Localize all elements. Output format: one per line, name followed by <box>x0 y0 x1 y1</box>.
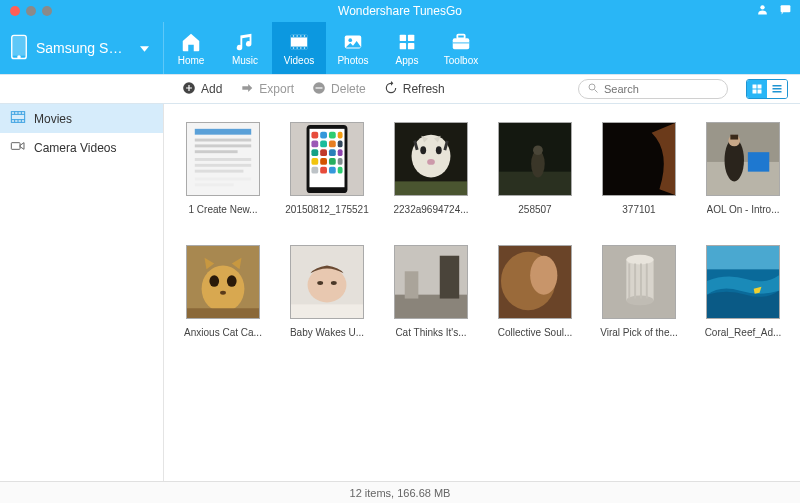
video-thumbnail <box>706 245 780 319</box>
title-right-icons <box>756 3 792 19</box>
refresh-icon <box>384 81 398 98</box>
video-thumbnail <box>394 122 468 196</box>
video-tile[interactable]: Cat Thinks It's... <box>394 245 468 338</box>
minimize-window-button[interactable] <box>26 6 36 16</box>
video-label: 1 Create New... <box>189 204 258 215</box>
phone-icon <box>10 34 28 63</box>
video-thumbnail <box>498 245 572 319</box>
svg-point-8 <box>293 35 294 36</box>
window-title: Wondershare TunesGo <box>0 4 800 18</box>
video-tile[interactable]: Collective Soul... <box>498 245 572 338</box>
video-thumbnail <box>186 122 260 196</box>
video-tile[interactable]: AOL On - Intro... <box>706 122 780 215</box>
add-button[interactable]: Add <box>182 81 222 98</box>
refresh-label: Refresh <box>403 82 445 96</box>
svg-rect-35 <box>773 88 782 90</box>
svg-point-17 <box>348 38 352 42</box>
svg-point-14 <box>300 47 301 48</box>
svg-point-28 <box>589 84 595 90</box>
sidebar: Movies Camera Videos <box>0 104 164 481</box>
video-thumbnail <box>394 245 468 319</box>
device-selector[interactable]: Samsung SM-G... <box>0 22 164 74</box>
svg-rect-23 <box>457 34 464 38</box>
sidebar-item-camera-videos[interactable]: Camera Videos <box>0 133 163 162</box>
video-tile[interactable]: Baby Wakes U... <box>290 245 364 338</box>
list-view-button[interactable] <box>767 80 787 98</box>
svg-point-0 <box>760 5 764 9</box>
account-icon[interactable] <box>756 3 769 19</box>
sidebar-item-movies[interactable]: Movies <box>0 104 163 133</box>
refresh-button[interactable]: Refresh <box>384 81 445 98</box>
sidebar-movies-label: Movies <box>34 112 72 126</box>
nav-music-label: Music <box>232 55 258 66</box>
maximize-window-button[interactable] <box>42 6 52 16</box>
video-label: Coral_Reef_Ad... <box>705 327 782 338</box>
svg-rect-33 <box>758 90 762 94</box>
feedback-icon[interactable] <box>779 3 792 19</box>
add-label: Add <box>201 82 222 96</box>
svg-point-10 <box>300 35 301 36</box>
svg-rect-34 <box>773 85 782 87</box>
video-label: Anxious Cat Ca... <box>184 327 262 338</box>
video-grid: 1 Create New...20150812_1755212232a96947… <box>186 122 790 338</box>
status-bar: 12 items, 166.68 MB <box>0 481 800 503</box>
video-thumbnail <box>290 245 364 319</box>
svg-rect-3 <box>13 37 25 54</box>
svg-line-29 <box>595 89 598 92</box>
delete-button[interactable]: Delete <box>312 81 366 98</box>
nav-home-label: Home <box>178 55 205 66</box>
video-thumbnail <box>186 245 260 319</box>
video-thumbnail <box>602 122 676 196</box>
video-tile[interactable]: 2232a9694724... <box>394 122 468 215</box>
video-tile[interactable]: 1 Create New... <box>186 122 260 215</box>
video-tile[interactable]: 258507 <box>498 122 572 215</box>
nav-photos[interactable]: Photos <box>326 22 380 74</box>
video-label: Collective Soul... <box>498 327 572 338</box>
video-tile[interactable]: Viral Pick of the... <box>602 245 676 338</box>
video-thumbnail <box>290 122 364 196</box>
nav-music[interactable]: Music <box>218 22 272 74</box>
video-label: AOL On - Intro... <box>707 204 780 215</box>
export-button[interactable]: Export <box>240 81 294 98</box>
nav-toolbox[interactable]: Toolbox <box>434 22 488 74</box>
main-body: Movies Camera Videos 1 Create New...2015… <box>0 104 800 481</box>
search-box[interactable] <box>578 79 728 99</box>
svg-point-15 <box>304 47 305 48</box>
svg-point-12 <box>293 47 294 48</box>
video-label: 377101 <box>622 204 655 215</box>
search-icon <box>587 82 599 97</box>
svg-point-13 <box>296 47 297 48</box>
minus-circle-icon <box>312 81 326 98</box>
svg-rect-46 <box>11 143 20 150</box>
svg-rect-30 <box>753 85 757 89</box>
film-icon <box>10 110 26 127</box>
svg-rect-32 <box>753 90 757 94</box>
search-input[interactable] <box>604 83 719 95</box>
svg-rect-36 <box>773 91 782 93</box>
video-thumbnail <box>706 122 780 196</box>
content-area: 1 Create New...20150812_1755212232a96947… <box>164 104 800 481</box>
video-tile[interactable]: 377101 <box>602 122 676 215</box>
video-label: Cat Thinks It's... <box>395 327 466 338</box>
nav-videos[interactable]: Videos <box>272 22 326 74</box>
video-tile[interactable]: 20150812_175521 <box>290 122 364 215</box>
export-label: Export <box>259 82 294 96</box>
close-window-button[interactable] <box>10 6 20 16</box>
nav-toolbox-label: Toolbox <box>444 55 478 66</box>
nav-apps[interactable]: Apps <box>380 22 434 74</box>
video-tile[interactable]: Coral_Reef_Ad... <box>706 245 780 338</box>
svg-rect-20 <box>400 42 406 48</box>
title-bar: Wondershare TunesGo <box>0 0 800 22</box>
svg-point-11 <box>304 35 305 36</box>
nav-home[interactable]: Home <box>164 22 218 74</box>
grid-view-button[interactable] <box>747 80 767 98</box>
video-label: Viral Pick of the... <box>600 327 678 338</box>
svg-point-9 <box>296 35 297 36</box>
svg-rect-22 <box>453 38 470 49</box>
svg-point-4 <box>18 56 20 58</box>
video-label: 2232a9694724... <box>393 204 468 215</box>
svg-rect-18 <box>400 34 406 40</box>
video-tile[interactable]: Anxious Cat Ca... <box>186 245 260 338</box>
export-icon <box>240 81 254 98</box>
view-toggle <box>746 79 788 99</box>
